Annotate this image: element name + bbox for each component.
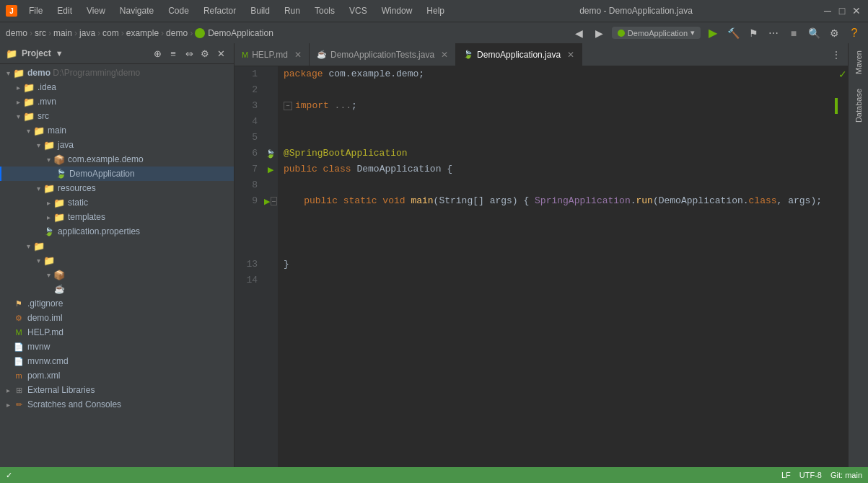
tab-help-md-close[interactable]: ✕ [294, 50, 302, 59]
menu-code[interactable]: Code [162, 4, 195, 17]
breadcrumb-demo2[interactable]: demo [166, 28, 188, 38]
tree-root-demo[interactable]: ▾ 📁 demo D:\Programming\demo [0, 66, 234, 80]
search-button[interactable]: 🔍 [806, 25, 822, 41]
minimize-button[interactable]: ─ [822, 5, 833, 17]
menu-edit[interactable]: Edit [51, 4, 78, 17]
maximize-button[interactable]: □ [836, 5, 848, 17]
line-num-13: 13 [234, 257, 258, 272]
tree-gitignore[interactable]: ⚑ .gitignore [0, 296, 234, 311]
sh-mvnw-icon: 📄 [13, 341, 25, 353]
run-config-selector[interactable]: DemoApplication ▾ [612, 27, 701, 39]
status-encoding[interactable]: UTF-8 [799, 471, 822, 479]
locate-file-button[interactable]: ⊕ [150, 46, 165, 61]
fold-import[interactable]: – [284, 102, 292, 110]
tree-main[interactable]: ▾ 📁 main [0, 123, 234, 138]
menu-file[interactable]: File [23, 4, 48, 17]
gutter-9[interactable]: ▶ – [263, 193, 278, 209]
stop-button[interactable]: ■ [786, 25, 802, 41]
coverage-button[interactable]: ⚑ [745, 25, 761, 41]
line-numbers: 1 2 3 4 5 6 7 8 9 13 14 [234, 66, 263, 467]
tree-mvn-arrow: ▸ [13, 98, 23, 106]
tree-static[interactable]: ▸ 📁 static [0, 195, 234, 210]
tree-idea-arrow: ▸ [13, 84, 23, 92]
breadcrumb-demo[interactable]: demo [6, 28, 27, 38]
tree-package-main-arrow: ▾ [43, 156, 53, 164]
props-icon: 🍃 [43, 226, 55, 237]
tabs-overflow-button[interactable]: ⋮ [829, 48, 843, 62]
breadcrumb-src[interactable]: src [35, 28, 46, 38]
tree-idea[interactable]: ▸ 📁 .idea [0, 80, 234, 94]
tree-app-props[interactable]: 🍃 application.properties [0, 224, 234, 239]
help-icon-button[interactable]: ? [846, 25, 862, 41]
breadcrumb-example[interactable]: example [126, 28, 159, 38]
md-icon: M [13, 327, 25, 338]
tree-demo-tests[interactable]: ☕ [0, 282, 234, 296]
tree-help-md[interactable]: M HELP.md [0, 325, 234, 340]
tree-test[interactable]: ▾ 📁 [0, 239, 234, 253]
menu-build[interactable]: Build [245, 4, 276, 17]
settings-button[interactable]: ⚙ [826, 25, 842, 41]
tree-pom-xml[interactable]: m pom.xml [0, 368, 234, 383]
menu-run[interactable]: Run [279, 4, 306, 17]
tree-demo-application[interactable]: 🍃 DemoApplication [0, 167, 234, 181]
collapse-all-button[interactable]: ≡ [166, 46, 180, 61]
tree-src[interactable]: ▾ 📁 src [0, 109, 234, 123]
sidebar-dropdown-button[interactable]: ▼ [56, 49, 63, 58]
right-gutter-12 [828, 241, 838, 257]
fold-icon-9[interactable]: – [271, 197, 277, 205]
maven-panel-button[interactable]: Maven [850, 43, 867, 81]
tree-mvnw[interactable]: 📄 mvnw [0, 340, 234, 354]
close-sidebar-button[interactable]: ✕ [214, 46, 228, 61]
tree-idea-label: .idea [38, 82, 56, 92]
sidebar-settings-button[interactable]: ⚙ [198, 46, 212, 61]
breadcrumb-com[interactable]: com [102, 28, 119, 38]
menu-navigate[interactable]: Navigate [114, 4, 159, 17]
tree-java-test[interactable]: ▾ 📁 [0, 253, 234, 267]
tab-demo-app-close[interactable]: ✕ [567, 50, 574, 59]
back-button[interactable]: ◀ [571, 25, 587, 41]
tree-mvn[interactable]: ▸ 📁 .mvn [0, 94, 234, 109]
project-icon: 📁 [6, 48, 17, 59]
tab-help-md[interactable]: M HELP.md ✕ [234, 43, 310, 66]
menu-view[interactable]: View [81, 4, 111, 17]
run-button[interactable]: ▶ [705, 25, 721, 41]
tree-resources[interactable]: ▾ 📁 resources [0, 181, 234, 195]
right-gutter-4 [828, 114, 838, 130]
tab-demo-app[interactable]: 🍃 DemoApplication.java ✕ [456, 43, 582, 66]
tree-external-libs[interactable]: ▸ ⊞ External Libraries [0, 383, 234, 397]
tree-java-main[interactable]: ▾ 📁 java [0, 138, 234, 152]
build-button[interactable]: 🔨 [725, 25, 741, 41]
tree-java-main-arrow: ▾ [33, 141, 43, 149]
nav-more-button[interactable]: ⋯ [766, 25, 781, 41]
gutter-2 [263, 82, 278, 98]
forward-button[interactable]: ▶ [592, 25, 608, 41]
tree-templates[interactable]: ▸ 📁 templates [0, 210, 234, 224]
database-panel-button[interactable]: Database [850, 81, 867, 130]
editor-code[interactable]: package com.example.demo; –import ...; @… [278, 66, 828, 467]
status-git[interactable]: Git: main [830, 471, 862, 479]
tree-scratches[interactable]: ▸ ✏ Scratches and Consoles [0, 397, 234, 412]
menu-help[interactable]: Help [421, 4, 450, 17]
tab-demo-app-label: DemoApplication.java [477, 50, 561, 60]
breadcrumb-main[interactable]: main [53, 28, 72, 38]
tree-mvnw-cmd[interactable]: 📄 mvnw.cmd [0, 354, 234, 368]
tree-package-main[interactable]: ▾ 📦 com.example.demo [0, 152, 234, 167]
menu-window[interactable]: Window [376, 4, 418, 17]
status-line-ending[interactable]: LF [781, 471, 791, 479]
tab-demo-tests-close[interactable]: ✕ [441, 50, 448, 59]
right-gutter-7 [828, 161, 838, 177]
run-icon-9[interactable]: ▶ [264, 197, 270, 206]
gutter-6: 🍃 [263, 146, 278, 161]
menu-tools[interactable]: Tools [309, 4, 341, 17]
close-button[interactable]: ✕ [851, 5, 862, 17]
menu-vcs[interactable]: VCS [343, 4, 373, 17]
breadcrumb-java[interactable]: java [79, 28, 95, 38]
tree-package-test[interactable]: ▾ 📦 [0, 267, 234, 282]
expand-all-button[interactable]: ⇔ [182, 46, 196, 61]
gutter-12 [263, 241, 278, 257]
tree-pom-xml-label: pom.xml [27, 371, 60, 381]
tab-demo-tests[interactable]: ☕ DemoApplicationTests.java ✕ [310, 43, 456, 66]
tree-demo-iml[interactable]: ⚙ demo.iml [0, 311, 234, 325]
menu-refactor[interactable]: Refactor [198, 4, 242, 17]
gutter-7[interactable]: ▶ [263, 161, 278, 177]
